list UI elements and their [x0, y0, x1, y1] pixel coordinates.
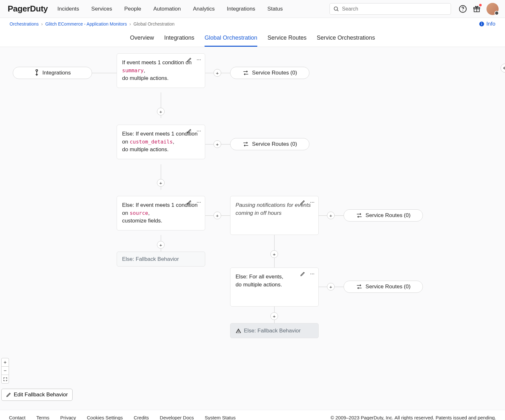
footer-status[interactable]: System Status — [205, 415, 236, 420]
header-icons — [459, 3, 499, 15]
info-link[interactable]: Info — [479, 21, 495, 27]
avatar[interactable] — [486, 3, 499, 15]
tab-overview[interactable]: Overview — [130, 30, 154, 47]
integrations-icon — [34, 69, 39, 76]
footer-privacy[interactable]: Privacy — [60, 415, 76, 420]
add-button[interactable]: + — [270, 312, 278, 320]
connector — [274, 235, 275, 252]
gift-icon[interactable] — [473, 5, 481, 13]
add-button[interactable]: + — [157, 241, 165, 249]
more-icon[interactable] — [195, 56, 202, 63]
zoom-controls: + − — [1, 358, 9, 384]
more-icon[interactable] — [195, 199, 202, 206]
edit-fallback-button[interactable]: Edit Fallback Behavior — [1, 389, 73, 401]
route-icon — [356, 213, 362, 218]
rule-card-2[interactable]: Else: If event meets 1 condition on cust… — [117, 125, 205, 159]
edit-icon[interactable] — [299, 199, 306, 206]
service-routes-pill-1[interactable]: Service Routes (0) — [230, 67, 309, 79]
svg-point-22 — [310, 202, 311, 203]
more-icon[interactable] — [309, 270, 316, 277]
footer-credits[interactable]: Credits — [134, 415, 149, 420]
tab-service-orchestrations[interactable]: Service Orchestrations — [317, 30, 375, 47]
service-routes-pill-3[interactable]: Service Routes (0) — [344, 209, 423, 222]
help-icon[interactable] — [459, 5, 467, 13]
nav-status[interactable]: Status — [268, 6, 283, 12]
fallback-card[interactable]: Else: Fallback Behavior — [117, 252, 205, 267]
route-icon — [243, 141, 249, 147]
svg-point-23 — [312, 202, 313, 203]
fullscreen-button[interactable] — [2, 375, 9, 383]
route-icon — [243, 70, 249, 76]
edit-icon[interactable] — [186, 199, 193, 206]
edit-icon[interactable] — [186, 56, 193, 63]
add-button[interactable]: + — [214, 140, 221, 148]
collapse-panel-icon[interactable] — [501, 64, 505, 73]
rule-card-3[interactable]: Else: If event meets 1 condition on sour… — [117, 196, 205, 230]
info-icon — [479, 21, 485, 27]
svg-point-14 — [198, 59, 199, 60]
rule-code: custom_details — [130, 139, 173, 145]
service-routes-pill-2[interactable]: Service Routes (0) — [230, 138, 309, 150]
more-icon[interactable] — [309, 199, 316, 206]
rule-card-1[interactable]: If event meets 1 condition on summary, d… — [117, 53, 205, 88]
top-header: PagerDuty Incidents Services People Auto… — [0, 0, 505, 18]
svg-point-13 — [197, 59, 198, 60]
nav-automation[interactable]: Automation — [153, 6, 181, 12]
add-button[interactable]: + — [214, 69, 221, 77]
footer-cookies[interactable]: Cookies Settings — [87, 415, 123, 420]
service-routes-pill-4[interactable]: Service Routes (0) — [344, 281, 423, 293]
sub-nav: Overview Integrations Global Orchestrati… — [0, 30, 505, 47]
tab-global-orchestration[interactable]: Global Orchestration — [205, 30, 257, 47]
add-button[interactable]: + — [214, 212, 221, 219]
footer-contact[interactable]: Contact — [9, 415, 26, 420]
svg-point-26 — [312, 274, 313, 274]
tab-service-routes[interactable]: Service Routes — [268, 30, 307, 47]
svg-point-16 — [197, 131, 198, 131]
nav-analytics[interactable]: Analytics — [193, 6, 215, 12]
footer: Contact Terms Privacy Cookies Settings C… — [0, 410, 505, 420]
svg-point-20 — [198, 202, 199, 203]
breadcrumb-glitch[interactable]: Glitch ECommerce - Application Monitors — [45, 21, 127, 27]
notification-dot — [479, 4, 482, 6]
orchestration-canvas[interactable]: Integrations If event meets 1 condition … — [0, 47, 505, 410]
tab-integrations[interactable]: Integrations — [164, 30, 194, 47]
add-button[interactable]: + — [327, 212, 335, 219]
svg-point-17 — [198, 131, 199, 131]
nav-incidents[interactable]: Incidents — [58, 6, 79, 12]
rule-code: summary — [122, 67, 144, 74]
edit-icon[interactable] — [299, 270, 306, 277]
add-button[interactable]: + — [270, 250, 278, 258]
breadcrumb-row: Orchestrations › Glitch ECommerce - Appl… — [0, 18, 505, 30]
more-icon[interactable] — [195, 128, 202, 135]
route-icon — [356, 284, 362, 290]
integrations-label: Integrations — [43, 70, 71, 76]
footer-dev-docs[interactable]: Developer Docs — [160, 415, 194, 420]
search-box[interactable] — [330, 3, 451, 15]
service-routes-label: Service Routes (0) — [366, 284, 411, 290]
add-button[interactable]: + — [327, 283, 335, 291]
zoom-in-button[interactable]: + — [2, 358, 9, 367]
service-routes-label: Service Routes (0) — [252, 70, 297, 76]
nav-services[interactable]: Services — [91, 6, 112, 12]
svg-point-0 — [334, 7, 338, 10]
edit-icon[interactable] — [186, 128, 193, 135]
breadcrumb-orchestrations[interactable]: Orchestrations — [10, 21, 39, 27]
footer-terms[interactable]: Terms — [36, 415, 50, 420]
fallback-card-shaded[interactable]: Else: Fallback Behavior — [230, 323, 319, 338]
breadcrumb: Orchestrations › Glitch ECommerce - Appl… — [10, 21, 175, 27]
rule-card-5[interactable]: Else: For all events, do multiple action… — [230, 268, 319, 307]
rule-code: source — [130, 210, 148, 216]
svg-point-11 — [36, 70, 38, 72]
info-label: Info — [486, 21, 495, 27]
search-input[interactable] — [342, 6, 447, 12]
nav-integrations[interactable]: Integrations — [227, 6, 255, 12]
add-button[interactable]: + — [157, 108, 165, 115]
rule-text-pre: If event meets 1 condition on — [122, 59, 191, 66]
logo[interactable]: PagerDuty — [8, 4, 48, 14]
rule-card-4[interactable]: Pausing notifications for events coming … — [230, 196, 319, 235]
integrations-pill[interactable]: Integrations — [13, 67, 92, 79]
svg-point-27 — [314, 274, 314, 274]
nav-people[interactable]: People — [124, 6, 141, 12]
add-button[interactable]: + — [157, 179, 165, 187]
zoom-out-button[interactable]: − — [2, 367, 9, 375]
